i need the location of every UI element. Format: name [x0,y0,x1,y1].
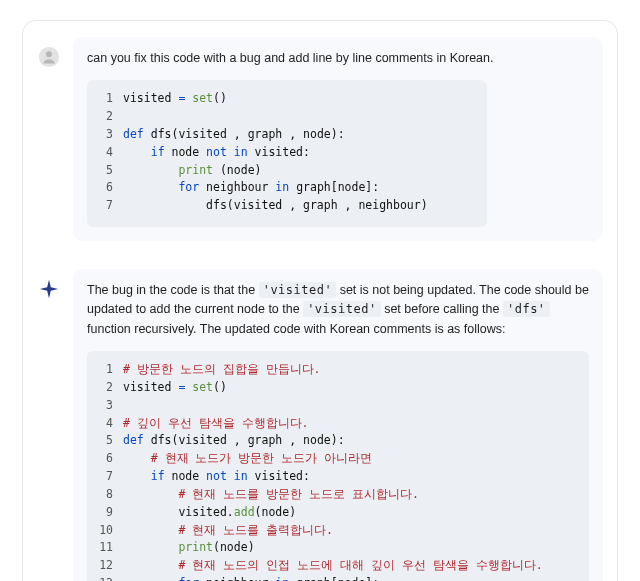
sparkle-icon [38,278,60,300]
inline-code: 'visited' [259,282,337,298]
user-bubble: can you fix this code with a bug and add… [73,37,603,241]
message-gap [23,241,617,269]
ai-bubble: The bug in the code is that the 'visited… [73,269,603,581]
inline-code: 'visited' [303,301,381,317]
ai-message: The bug in the code is that the 'visited… [23,269,617,581]
user-message: can you fix this code with a bug and add… [23,37,617,241]
conversation-card: can you fix this code with a bug and add… [22,20,618,581]
ai-code-pre: 1# 방문한 노드의 집합을 만듭니다. 2visited = set() 3 … [95,361,577,581]
user-avatar-icon [37,45,61,69]
ai-response-text: The bug in the code is that the 'visited… [87,281,589,339]
user-code-block: 1visited = set() 2 3def dfs(visited , gr… [87,80,487,227]
user-code-pre: 1visited = set() 2 3def dfs(visited , gr… [95,90,475,215]
person-icon [38,46,60,68]
inline-code: 'dfs' [503,301,550,317]
user-prompt-text: can you fix this code with a bug and add… [87,49,589,68]
ai-code-block: 1# 방문한 노드의 집합을 만듭니다. 2visited = set() 3 … [87,351,589,581]
svg-point-1 [46,51,52,57]
ai-avatar-icon [37,277,61,301]
